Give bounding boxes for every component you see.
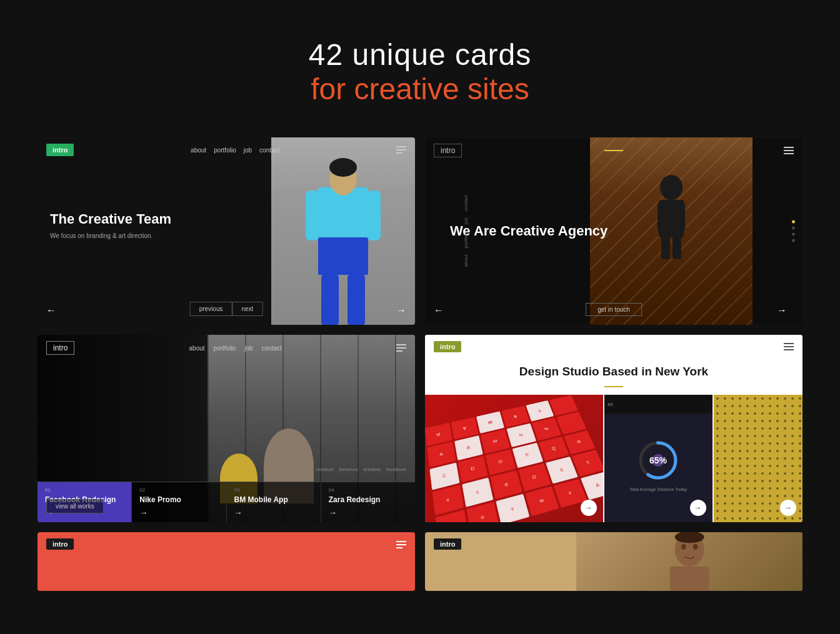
card3-title-3: BM Mobile App (234, 495, 313, 504)
card3-num-2: 02 (139, 487, 218, 493)
card2-dots (792, 220, 795, 242)
card4-img3-arrow[interactable]: → (780, 500, 796, 516)
card1-subtitle: We focus on branding & art direction. (50, 232, 252, 239)
card1-nav-portfolio: portfolio (214, 147, 236, 154)
card2-arrow-right[interactable]: → (777, 305, 787, 316)
card3-nav: intro aboutportfoliojobcontact (38, 335, 415, 361)
card6-portrait (576, 532, 802, 591)
svg-text:65%: 65% (649, 455, 668, 465)
card4-images: U V W X & A B M N % C D O (425, 395, 802, 522)
svg-point-23 (692, 544, 698, 550)
card2-text: We Are Creative Agency (450, 223, 608, 239)
card-creative-team: intro about portfolio job contact The Cr… (38, 137, 415, 325)
card2-badge: intro (434, 144, 462, 157)
card2-arrow-left[interactable]: ← (434, 305, 444, 316)
card4-img-dots: → (714, 395, 802, 522)
svg-rect-21 (669, 567, 709, 591)
card3-badge: intro (46, 341, 74, 355)
card2-vertical-nav: aboutportfoliojobcontact (463, 196, 469, 267)
svg-point-22 (681, 544, 686, 550)
card3-item-2[interactable]: 02 Nike Promo → (132, 482, 226, 522)
card4-badge: intro (434, 341, 461, 352)
card3-nav-links: aboutportfoliojobcontact (189, 345, 282, 352)
card4-img2-arrow[interactable]: → (690, 500, 706, 516)
card1-title: The Creative Team (50, 211, 252, 227)
svg-rect-7 (348, 275, 365, 325)
card3-num-3: 03 (234, 487, 313, 493)
card3-title-4: Zara Redesign (329, 495, 408, 504)
cards-grid: intro about portfolio job contact The Cr… (0, 137, 840, 522)
hamburger-icon[interactable] (396, 146, 406, 154)
card3-num-4: 04 (329, 487, 408, 493)
card1-next-btn[interactable]: next (232, 302, 262, 316)
card4-gold-line (604, 386, 623, 387)
card4-header: intro Design Studio Based in New York (425, 335, 802, 395)
svg-rect-13 (676, 201, 685, 232)
card-creative-agency: intro (425, 137, 802, 325)
svg-rect-14 (661, 234, 670, 259)
card3-view-all-btn[interactable]: view all works (46, 499, 104, 513)
card1-badge: intro (46, 144, 74, 156)
card1-arrow-left[interactable]: ← (46, 305, 56, 316)
card2-escalator-bg (590, 137, 752, 325)
card3-item-4[interactable]: 04 Zara Redesign → (321, 482, 415, 522)
card3-item-3[interactable]: 03 BM Mobile App → (227, 482, 321, 522)
header-line1: 42 unique cards (0, 37, 840, 72)
card2-hamburger[interactable] (784, 147, 794, 154)
card5-hamburger[interactable] (396, 541, 406, 548)
card3-arrow-4: → (329, 508, 408, 517)
card4-title: Design Studio Based in New York (425, 359, 802, 381)
card1-prev-btn[interactable]: previous (190, 302, 232, 316)
card2-title: We Are Creative Agency (450, 223, 608, 239)
svg-rect-6 (321, 275, 339, 325)
card4-img1-arrow[interactable]: → (581, 500, 597, 516)
svg-rect-12 (658, 201, 666, 232)
card1-nav-job: job (244, 147, 252, 154)
card3-hamburger[interactable] (396, 344, 406, 352)
card1-nav: intro about portfolio job contact (38, 137, 415, 162)
page-header: 42 unique cards for creative sites (0, 0, 840, 137)
card1-nav-about: about (191, 147, 206, 154)
card3-arrow-2: → (139, 508, 218, 517)
card3-arrow-3: → (234, 508, 313, 517)
card4-hamburger[interactable] (784, 343, 794, 350)
card4-img-progress: 4K 65% Total Average Distance Today → (604, 395, 712, 522)
card3-title-2: Nike Promo (139, 495, 218, 504)
card1-arrow-right[interactable]: → (396, 305, 406, 316)
card3-socials: mediumbehancedribbblefacebook (316, 467, 406, 472)
card2-touch-btn[interactable]: get in touch (586, 303, 642, 316)
card2-yellow-dash (604, 150, 623, 151)
svg-rect-5 (367, 191, 381, 240)
header-line2: for creative sites (0, 72, 840, 106)
card4-img-keyboard: U V W X & A B M N % C D O (425, 395, 603, 522)
card1-buttons: previous next (190, 302, 263, 316)
card-portfolio: intro aboutportfoliojobcontact 01 Facebo… (38, 335, 415, 522)
card5-badge: intro (46, 538, 74, 550)
svg-rect-4 (306, 191, 319, 240)
card-6: intro (425, 532, 802, 591)
card-design-studio: intro Design Studio Based in New York U … (425, 335, 802, 522)
bottom-cards-row: intro intro (0, 522, 840, 591)
card1-nav-contact: contact (259, 147, 279, 154)
card3-num-1: 01 (45, 487, 124, 493)
svg-point-10 (660, 175, 682, 200)
card1-nav-links: about portfolio job contact (191, 147, 279, 154)
svg-rect-15 (672, 234, 681, 259)
card6-badge: intro (434, 538, 461, 550)
card2-nav: intro (425, 137, 802, 164)
svg-rect-1 (318, 237, 368, 275)
card-5: intro (38, 532, 415, 591)
